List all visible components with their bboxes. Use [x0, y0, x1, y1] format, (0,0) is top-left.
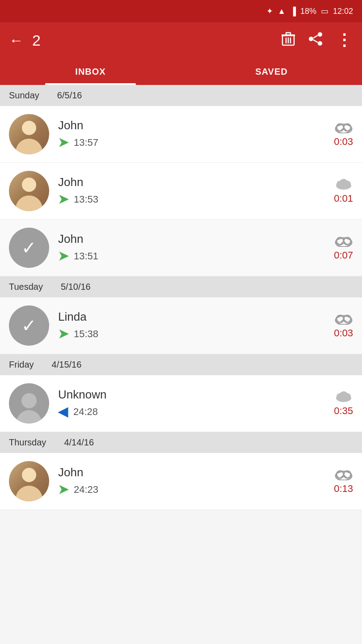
- tab-saved[interactable]: SAVED: [181, 58, 362, 85]
- caller-name: Linda: [58, 310, 334, 324]
- day-label: Tuesday: [9, 282, 43, 292]
- call-direction: ◀ 24:28: [58, 404, 334, 419]
- call-direction: ➤ 24:23: [58, 482, 334, 497]
- call-direction: ➤ 13:51: [58, 249, 334, 263]
- call-item[interactable]: ✓ John ➤ 13:51 0:07: [0, 220, 362, 276]
- day-label: Friday: [9, 360, 34, 370]
- person-head-icon: [21, 393, 37, 408]
- date-header-tuesday: Tuesday 5/10/16: [0, 276, 362, 297]
- caller-name: John: [58, 119, 334, 132]
- call-right: 0:07: [334, 234, 353, 261]
- call-duration: 0:03: [334, 327, 353, 339]
- avatar-unknown: [9, 383, 49, 424]
- date-label: 6/5/16: [57, 90, 82, 101]
- outgoing-arrow-icon: ➤: [58, 192, 68, 207]
- svg-rect-2: [286, 33, 290, 35]
- app-bar-left: ← 2: [9, 32, 282, 49]
- call-direction: ➤ 13:57: [58, 135, 334, 150]
- cloud-icon: [335, 178, 353, 190]
- call-direction: ➤ 13:53: [58, 192, 334, 207]
- svg-point-19: [339, 179, 348, 188]
- caller-name: John: [58, 466, 334, 479]
- call-info: John ➤ 13:53: [58, 175, 334, 207]
- outgoing-arrow-icon: ➤: [58, 135, 68, 150]
- call-item[interactable]: John ➤ 24:23 0:13: [0, 453, 362, 510]
- call-duration: 0:03: [334, 136, 353, 148]
- app-bar: ← 2 ⋮: [0, 22, 362, 58]
- call-timestamp: 13:51: [74, 250, 98, 262]
- cloud-uploaded-icon: [335, 468, 353, 480]
- date-header-friday: Friday 4/15/16: [0, 354, 362, 375]
- call-timestamp: 13:57: [74, 137, 98, 148]
- wifi-icon: ▲: [278, 7, 286, 16]
- call-right: 0:35: [334, 390, 353, 417]
- svg-line-9: [313, 35, 318, 38]
- signal-icon: ▐: [290, 7, 296, 16]
- svg-point-6: [318, 32, 322, 37]
- outgoing-arrow-icon: ➤: [58, 326, 68, 341]
- call-info: Unknown ◀ 24:28: [58, 388, 334, 419]
- avatar-checkmark: ✓: [9, 305, 49, 346]
- status-icons: ✦ ▲ ▐ 18% ▭ 12:02: [266, 6, 353, 16]
- person-body-icon: [17, 410, 42, 424]
- call-item[interactable]: Unknown ◀ 24:28 0:35: [0, 375, 362, 432]
- more-button[interactable]: ⋮: [336, 31, 353, 50]
- call-timestamp: 13:53: [74, 194, 98, 205]
- battery-icon: ▭: [321, 6, 328, 16]
- tab-inbox[interactable]: INBOX: [0, 58, 181, 85]
- svg-point-7: [309, 37, 313, 41]
- avatar: [9, 114, 49, 154]
- call-item[interactable]: John ➤ 13:57 0:03: [0, 106, 362, 163]
- cloud-uploaded-icon: [335, 121, 353, 133]
- call-timestamp: 24:23: [74, 484, 98, 496]
- battery-text: 18%: [300, 7, 316, 16]
- call-right: 0:03: [334, 121, 353, 148]
- caller-name: John: [58, 175, 334, 189]
- call-right: 0:13: [334, 468, 353, 495]
- call-info: John ➤ 13:57: [58, 119, 334, 150]
- date-label: 5/10/16: [61, 282, 91, 292]
- day-label: Thursday: [9, 437, 46, 448]
- call-list: Sunday 6/5/16 John ➤ 13:57 0:03 Jo: [0, 85, 362, 510]
- date-label: 4/15/16: [52, 360, 82, 370]
- call-duration: 0:13: [334, 483, 353, 495]
- app-bar-title: 2: [32, 32, 41, 49]
- outgoing-arrow-icon: ➤: [58, 482, 68, 497]
- avatar: [9, 461, 49, 501]
- date-label: 4/14/16: [64, 437, 94, 448]
- checkmark-icon: ✓: [21, 237, 37, 258]
- call-info: John ➤ 24:23: [58, 466, 334, 497]
- call-info: Linda ➤ 15:38: [58, 310, 334, 341]
- avatar-checkmark: ✓: [9, 228, 49, 268]
- call-right: 0:01: [334, 178, 353, 204]
- svg-point-33: [339, 391, 348, 400]
- call-right: 0:03: [334, 312, 353, 339]
- date-header-thursday: Thursday 4/14/16: [0, 432, 362, 453]
- outgoing-arrow-icon: ➤: [58, 249, 68, 263]
- back-button[interactable]: ←: [9, 32, 23, 49]
- cloud-icon: [335, 390, 353, 402]
- call-item[interactable]: John ➤ 13:53 0:01: [0, 163, 362, 220]
- bluetooth-icon: ✦: [266, 6, 273, 16]
- delete-button[interactable]: [282, 32, 295, 49]
- call-item[interactable]: ✓ Linda ➤ 15:38 0:03: [0, 297, 362, 354]
- date-header-sunday: Sunday 6/5/16: [0, 85, 362, 106]
- checkmark-icon: ✓: [21, 315, 37, 336]
- svg-line-10: [313, 40, 318, 42]
- call-timestamp: 24:28: [73, 406, 98, 418]
- caller-name: John: [58, 232, 334, 246]
- cloud-uploaded-icon: [335, 234, 353, 247]
- avatar: [9, 171, 49, 211]
- tabs: INBOX SAVED: [0, 58, 362, 85]
- caller-name: Unknown: [58, 388, 334, 402]
- app-bar-right: ⋮: [282, 31, 353, 50]
- call-duration: 0:01: [334, 193, 353, 204]
- clock: 12:02: [333, 7, 353, 16]
- day-label: Sunday: [9, 90, 39, 101]
- share-button[interactable]: [308, 32, 323, 49]
- call-info: John ➤ 13:51: [58, 232, 334, 263]
- incoming-arrow-icon: ◀: [58, 404, 68, 419]
- call-timestamp: 15:38: [74, 328, 98, 340]
- cloud-uploaded-icon: [335, 312, 353, 325]
- svg-point-8: [318, 41, 322, 46]
